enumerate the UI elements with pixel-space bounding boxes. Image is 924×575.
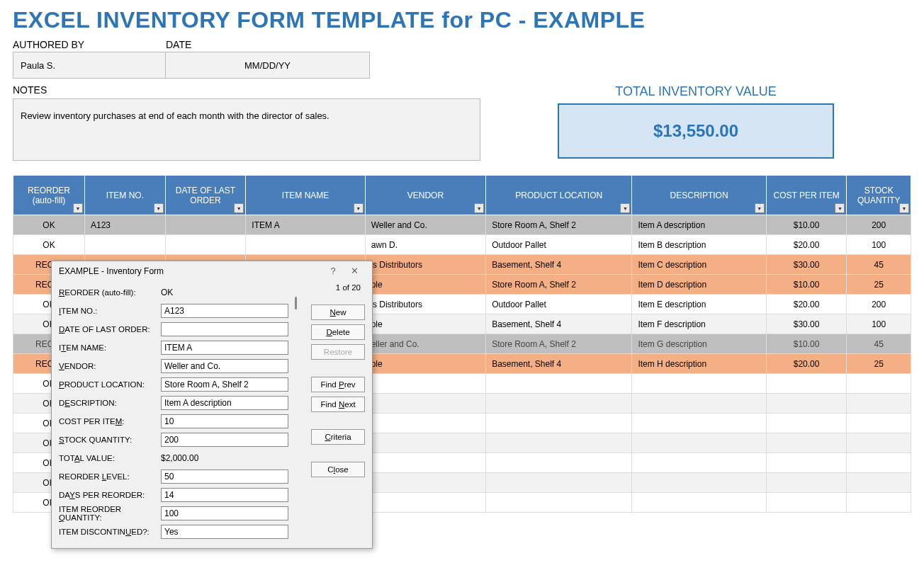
- column-header[interactable]: ITEM NO.▼: [85, 176, 166, 215]
- field-input[interactable]: [161, 506, 288, 520]
- date-cell[interactable]: MM/DD/YY: [166, 52, 370, 79]
- filter-dropdown-icon[interactable]: ▼: [234, 203, 244, 213]
- cell[interactable]: $10.00: [766, 334, 847, 354]
- column-header[interactable]: VENDOR▼: [365, 176, 485, 215]
- cell[interactable]: ole: [365, 275, 485, 295]
- cell[interactable]: [632, 473, 766, 493]
- filter-dropdown-icon[interactable]: ▼: [154, 203, 164, 213]
- field-input[interactable]: [161, 433, 288, 447]
- filter-dropdown-icon[interactable]: ▼: [354, 203, 364, 213]
- delete-button[interactable]: Delete: [311, 324, 365, 340]
- field-input[interactable]: [161, 488, 288, 502]
- cell[interactable]: [847, 473, 911, 493]
- cell[interactable]: [766, 493, 847, 513]
- cell[interactable]: [365, 473, 485, 493]
- cell[interactable]: eller and Co.: [365, 334, 485, 354]
- column-header[interactable]: DATE OF LAST ORDER▼: [165, 176, 246, 215]
- cell[interactable]: [632, 374, 766, 394]
- cell[interactable]: awn D.: [365, 235, 485, 255]
- cell[interactable]: $30.00: [766, 314, 847, 334]
- cell[interactable]: Basement, Shelf 4: [486, 255, 632, 275]
- cell[interactable]: $20.00: [766, 295, 847, 314]
- cell[interactable]: [847, 414, 911, 433]
- cell[interactable]: 25: [847, 354, 911, 374]
- field-input[interactable]: [161, 525, 288, 539]
- cell[interactable]: [847, 374, 911, 394]
- cell[interactable]: [365, 433, 485, 453]
- cell[interactable]: [847, 453, 911, 473]
- cell[interactable]: [847, 433, 911, 453]
- field-input[interactable]: [161, 377, 288, 392]
- cell[interactable]: Store Room A, Shelf 2: [486, 334, 632, 354]
- cell[interactable]: [632, 414, 766, 433]
- filter-dropdown-icon[interactable]: ▼: [474, 203, 484, 213]
- cell[interactable]: $10.00: [766, 275, 847, 295]
- cell[interactable]: [632, 394, 766, 414]
- cell[interactable]: [486, 394, 632, 414]
- authored-cell[interactable]: Paula S.: [13, 52, 166, 79]
- cell[interactable]: [847, 394, 911, 414]
- restore-button[interactable]: Restore: [311, 344, 365, 360]
- cell[interactable]: [486, 473, 632, 493]
- cell[interactable]: Store Room A, Shelf 2: [486, 215, 632, 235]
- cell[interactable]: [632, 493, 766, 513]
- criteria-button[interactable]: Criteria: [311, 429, 365, 445]
- cell[interactable]: 100: [847, 235, 911, 255]
- cell[interactable]: 25: [847, 275, 911, 295]
- cell[interactable]: Basement, Shelf 4: [486, 354, 632, 374]
- find-next-button[interactable]: Find Next: [311, 397, 365, 412]
- cell[interactable]: Outdoor Pallet: [486, 295, 632, 314]
- cell[interactable]: [486, 374, 632, 394]
- dialog-titlebar[interactable]: EXAMPLE - Inventory Form ? ✕: [52, 261, 372, 280]
- column-header[interactable]: COST PER ITEM▼: [766, 176, 847, 215]
- filter-dropdown-icon[interactable]: ▼: [755, 203, 765, 213]
- cell[interactable]: $20.00: [766, 235, 847, 255]
- cell[interactable]: [766, 374, 847, 394]
- cell[interactable]: 's Distributors: [365, 255, 485, 275]
- cell[interactable]: ole: [365, 354, 485, 374]
- column-header[interactable]: DESCRIPTION▼: [632, 176, 766, 215]
- cell[interactable]: [486, 414, 632, 433]
- cell[interactable]: 45: [847, 255, 911, 275]
- cell[interactable]: Item E description: [632, 295, 766, 314]
- column-header[interactable]: STOCK QUANTITY▼: [847, 176, 911, 215]
- cell[interactable]: $30.00: [766, 255, 847, 275]
- close-icon[interactable]: ✕: [344, 266, 365, 276]
- field-input[interactable]: [161, 414, 288, 428]
- field-input[interactable]: [161, 322, 288, 336]
- cell[interactable]: [365, 374, 485, 394]
- cell[interactable]: [165, 215, 246, 235]
- cell[interactable]: [766, 453, 847, 473]
- filter-dropdown-icon[interactable]: ▼: [620, 203, 630, 213]
- cell[interactable]: 200: [847, 295, 911, 314]
- cell[interactable]: 45: [847, 334, 911, 354]
- cell[interactable]: [486, 433, 632, 453]
- column-header[interactable]: PRODUCT LOCATION▼: [486, 176, 632, 215]
- cell[interactable]: [486, 453, 632, 473]
- cell[interactable]: $10.00: [766, 215, 847, 235]
- table-row[interactable]: OKA123ITEM AWeller and Co.Store Room A, …: [13, 215, 911, 235]
- cell[interactable]: [632, 433, 766, 453]
- column-header[interactable]: REORDER (auto-fill)▼: [13, 176, 85, 215]
- cell[interactable]: [766, 473, 847, 493]
- table-row[interactable]: OKawn D.Outdoor PalletItem B description…: [13, 235, 911, 255]
- cell[interactable]: 's Distributors: [365, 295, 485, 314]
- cell[interactable]: [365, 493, 485, 513]
- help-icon[interactable]: ?: [322, 266, 344, 276]
- new-button[interactable]: New: [311, 304, 365, 320]
- cell[interactable]: OK: [13, 235, 85, 255]
- cell[interactable]: 100: [847, 314, 911, 334]
- cell[interactable]: Outdoor Pallet: [486, 235, 632, 255]
- field-input[interactable]: [161, 341, 288, 355]
- field-input[interactable]: [161, 359, 288, 373]
- filter-dropdown-icon[interactable]: ▼: [835, 203, 845, 213]
- cell[interactable]: [766, 414, 847, 433]
- filter-dropdown-icon[interactable]: ▼: [73, 203, 83, 213]
- cell[interactable]: [766, 433, 847, 453]
- cell[interactable]: A123: [85, 215, 166, 235]
- cell[interactable]: [632, 453, 766, 473]
- cell[interactable]: [766, 394, 847, 414]
- cell[interactable]: [165, 235, 246, 255]
- cell[interactable]: ole: [365, 314, 485, 334]
- cell[interactable]: [85, 235, 166, 255]
